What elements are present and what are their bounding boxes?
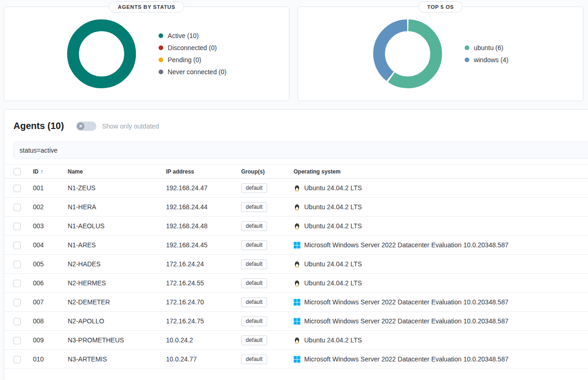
agent-name-link[interactable]: N1-ARES: [68, 241, 166, 249]
agent-name-link[interactable]: N1-HERA: [68, 203, 166, 211]
outdated-toggle[interactable]: ×: [76, 122, 96, 131]
table-row: 004N1-ARES192.168.24.45defaultMicrosoft …: [4, 236, 588, 255]
table-row: 010N3-ARTEMIS10.0.24.77defaultMicrosoft …: [4, 350, 588, 369]
agent-os: Ubuntu 24.04.2 LTS: [294, 184, 588, 192]
agent-os-label: Microsoft Windows Server 2022 Datacenter…: [304, 298, 508, 306]
agent-os: Microsoft Windows Server 2022 Datacenter…: [294, 298, 588, 306]
agent-id: 004: [33, 241, 68, 249]
group-badge[interactable]: default: [241, 297, 267, 307]
row-checkbox[interactable]: [13, 318, 21, 325]
agent-os: Ubuntu 24.04.2 LTS: [294, 279, 588, 287]
row-checkbox-cell: [13, 241, 33, 249]
agent-name-link[interactable]: N2-APOLLO: [68, 317, 166, 325]
agent-os: Ubuntu 24.04.2 LTS: [294, 260, 588, 268]
legend-item[interactable]: Disconnected (0): [159, 44, 227, 52]
row-checkbox[interactable]: [13, 242, 21, 249]
agent-name-link[interactable]: N2-DEMETER: [68, 298, 166, 306]
agent-os-label: Microsoft Windows Server 2022 Datacenter…: [304, 317, 508, 325]
agent-os: Microsoft Windows Server 2022 Datacenter…: [294, 355, 588, 363]
agent-name-link[interactable]: N3-ARTEMIS: [68, 355, 166, 363]
agents-by-status-panel: AGENTS BY STATUS Active (10)Disconnected…: [4, 6, 289, 101]
outdated-toggle-label: Show only outdated: [102, 122, 159, 130]
table-row: 002N1-HERA192.168.24.44defaultUbuntu 24.…: [4, 198, 588, 217]
group-badge[interactable]: default: [241, 316, 267, 326]
group-badge[interactable]: default: [241, 183, 267, 193]
agent-group-cell: default: [241, 316, 294, 326]
column-header-os[interactable]: Operating system: [294, 168, 588, 175]
row-checkbox[interactable]: [13, 299, 21, 306]
group-badge[interactable]: default: [241, 259, 267, 269]
windows-icon: [294, 356, 300, 363]
agent-os-label: Ubuntu 24.04.2 LTS: [304, 279, 362, 287]
agent-id: 010: [33, 355, 68, 363]
agent-name-link[interactable]: N2-HERMES: [68, 279, 166, 287]
legend-label: windows (4): [474, 56, 509, 64]
linux-icon: [294, 337, 300, 344]
column-header-id[interactable]: ID↑: [33, 168, 68, 175]
search-bar: [13, 142, 588, 159]
agent-name-link[interactable]: N3-PROMETHEUS: [68, 336, 166, 344]
legend-item[interactable]: Never connected (0): [159, 68, 227, 76]
linux-icon: [294, 223, 300, 230]
agent-os-label: Ubuntu 24.04.2 LTS: [304, 336, 362, 344]
legend-label: Pending (0): [168, 56, 201, 64]
agent-id: 005: [33, 260, 68, 268]
agent-os: Ubuntu 24.04.2 LTS: [294, 222, 588, 230]
linux-icon: [294, 280, 300, 287]
header-checkbox-cell: [13, 168, 33, 175]
legend-dot: [465, 58, 469, 62]
row-checkbox[interactable]: [13, 261, 21, 268]
agents-by-status-body: Active (10)Disconnected (0)Pending (0)Ne…: [4, 7, 289, 101]
agent-name-link[interactable]: N1-ZEUS: [68, 184, 166, 192]
group-badge[interactable]: default: [241, 221, 267, 231]
group-badge[interactable]: default: [241, 278, 267, 288]
agent-os: Ubuntu 24.04.2 LTS: [294, 203, 588, 211]
column-header-name[interactable]: Name: [68, 168, 166, 175]
agent-group-cell: default: [241, 354, 294, 364]
row-checkbox-cell: [13, 279, 33, 287]
row-checkbox-cell: [13, 260, 33, 268]
group-badge[interactable]: default: [241, 335, 267, 345]
agent-ip: 192.168.24.45: [166, 241, 241, 249]
row-checkbox-cell: [13, 298, 33, 306]
legend-item[interactable]: Active (10): [159, 32, 227, 39]
group-badge[interactable]: default: [241, 240, 267, 250]
agent-id: 008: [33, 317, 68, 325]
legend-item[interactable]: ubuntu (6): [465, 44, 509, 52]
charts-row: AGENTS BY STATUS Active (10)Disconnected…: [4, 6, 583, 101]
agent-ip: 172.16.24.70: [166, 298, 241, 306]
row-checkbox[interactable]: [13, 223, 21, 230]
column-header-groups[interactable]: Group(s): [241, 168, 294, 175]
legend-label: Disconnected (0): [168, 44, 217, 52]
agent-group-cell: default: [241, 221, 294, 231]
row-checkbox-cell: [13, 336, 33, 344]
agent-name-link[interactable]: N2-HADES: [68, 260, 166, 268]
os-donut-chart[interactable]: [373, 19, 442, 89]
legend-dot: [465, 45, 469, 50]
legend-item[interactable]: Pending (0): [159, 56, 227, 64]
row-checkbox-cell: [13, 355, 33, 363]
agent-ip: 172.16.24.75: [166, 317, 241, 325]
dashboard-page: AGENTS BY STATUS Active (10)Disconnected…: [0, 0, 588, 380]
top5-os-title: TOP 5 OS: [418, 1, 462, 13]
agent-id: 009: [33, 336, 68, 344]
search-input[interactable]: [13, 142, 588, 159]
toggle-knob: ×: [77, 122, 84, 130]
agents-table: ID↑ Name IP address Group(s) Operating s…: [4, 164, 588, 369]
agents-header: Agents (10) × Show only outdated: [4, 109, 588, 131]
agent-name-link[interactable]: N1-AEOLUS: [68, 222, 166, 230]
row-checkbox[interactable]: [13, 280, 21, 287]
row-checkbox[interactable]: [13, 185, 21, 192]
row-checkbox-cell: [13, 203, 33, 211]
legend-item[interactable]: windows (4): [465, 56, 509, 64]
row-checkbox[interactable]: [13, 337, 21, 344]
agents-table-panel: Agents (10) × Show only outdated ID↑ Nam…: [4, 109, 588, 380]
column-header-ip[interactable]: IP address: [166, 168, 241, 175]
row-checkbox[interactable]: [13, 204, 21, 211]
row-checkbox[interactable]: [13, 356, 21, 363]
group-badge[interactable]: default: [241, 202, 267, 212]
agents-status-donut-chart[interactable]: [67, 19, 136, 89]
select-all-checkbox[interactable]: [13, 168, 21, 175]
agent-ip: 192.168.24.48: [166, 222, 241, 230]
group-badge[interactable]: default: [241, 354, 267, 364]
